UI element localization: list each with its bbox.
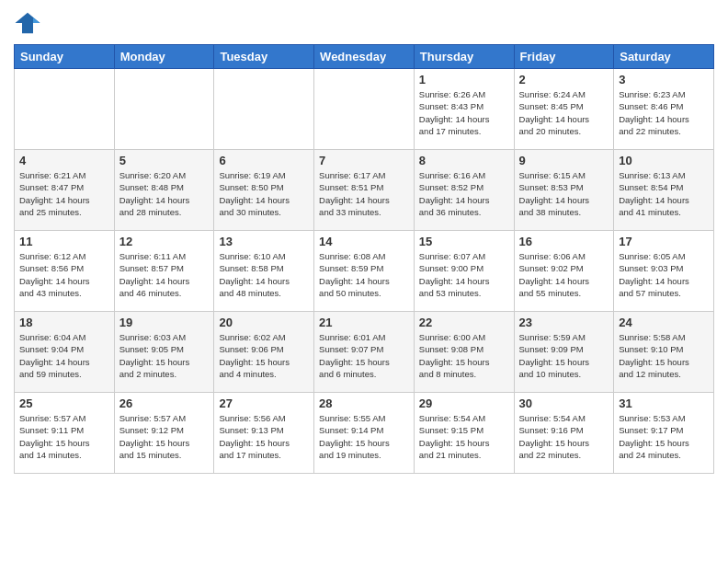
day-detail: Sunrise: 5:57 AM Sunset: 9:11 PM Dayligh… <box>19 412 109 461</box>
calendar-cell: 10Sunrise: 6:13 AM Sunset: 8:54 PM Dayli… <box>614 150 714 231</box>
weekday-header-row: SundayMondayTuesdayWednesdayThursdayFrid… <box>15 45 714 69</box>
day-detail: Sunrise: 6:23 AM Sunset: 8:46 PM Dayligh… <box>619 88 709 137</box>
day-number: 29 <box>419 396 509 410</box>
calendar-cell: 28Sunrise: 5:55 AM Sunset: 9:14 PM Dayli… <box>314 393 415 474</box>
calendar-cell: 7Sunrise: 6:17 AM Sunset: 8:51 PM Daylig… <box>314 150 415 231</box>
calendar-table: SundayMondayTuesdayWednesdayThursdayFrid… <box>14 44 714 474</box>
calendar-cell: 14Sunrise: 6:08 AM Sunset: 8:59 PM Dayli… <box>314 231 415 312</box>
calendar-cell: 26Sunrise: 5:57 AM Sunset: 9:12 PM Dayli… <box>114 393 214 474</box>
calendar-cell: 13Sunrise: 6:10 AM Sunset: 8:58 PM Dayli… <box>214 231 314 312</box>
day-number: 8 <box>419 154 509 167</box>
day-detail: Sunrise: 6:01 AM Sunset: 9:07 PM Dayligh… <box>319 331 409 380</box>
day-detail: Sunrise: 6:03 AM Sunset: 9:05 PM Dayligh… <box>119 331 210 380</box>
day-number: 18 <box>19 316 109 329</box>
day-detail: Sunrise: 6:00 AM Sunset: 9:08 PM Dayligh… <box>419 331 509 380</box>
calendar-cell: 25Sunrise: 5:57 AM Sunset: 9:11 PM Dayli… <box>15 393 115 474</box>
calendar-cell: 15Sunrise: 6:07 AM Sunset: 9:00 PM Dayli… <box>414 231 514 312</box>
calendar-cell: 21Sunrise: 6:01 AM Sunset: 9:07 PM Dayli… <box>314 312 415 393</box>
day-detail: Sunrise: 6:11 AM Sunset: 8:57 PM Dayligh… <box>119 250 210 299</box>
day-detail: Sunrise: 6:17 AM Sunset: 8:51 PM Dayligh… <box>319 169 409 218</box>
calendar-cell: 12Sunrise: 6:11 AM Sunset: 8:57 PM Dayli… <box>114 231 214 312</box>
calendar-page: SundayMondayTuesdayWednesdayThursdayFrid… <box>0 0 728 563</box>
weekday-header-thursday: Thursday <box>414 45 514 69</box>
day-detail: Sunrise: 6:02 AM Sunset: 9:06 PM Dayligh… <box>219 331 309 380</box>
day-detail: Sunrise: 6:07 AM Sunset: 9:00 PM Dayligh… <box>419 250 509 299</box>
day-detail: Sunrise: 6:13 AM Sunset: 8:54 PM Dayligh… <box>619 169 709 218</box>
weekday-header-wednesday: Wednesday <box>314 45 415 69</box>
calendar-cell: 27Sunrise: 5:56 AM Sunset: 9:13 PM Dayli… <box>214 393 314 474</box>
calendar-cell: 30Sunrise: 5:54 AM Sunset: 9:16 PM Dayli… <box>514 393 614 474</box>
calendar-cell <box>114 69 214 150</box>
calendar-cell: 9Sunrise: 6:15 AM Sunset: 8:53 PM Daylig… <box>514 150 614 231</box>
calendar-cell: 11Sunrise: 6:12 AM Sunset: 8:56 PM Dayli… <box>15 231 115 312</box>
calendar-cell: 2Sunrise: 6:24 AM Sunset: 8:45 PM Daylig… <box>514 69 614 150</box>
day-detail: Sunrise: 5:54 AM Sunset: 9:16 PM Dayligh… <box>519 412 609 461</box>
weekday-header-friday: Friday <box>514 45 614 69</box>
day-detail: Sunrise: 6:19 AM Sunset: 8:50 PM Dayligh… <box>219 169 309 218</box>
day-number: 19 <box>119 316 210 329</box>
calendar-week-5: 25Sunrise: 5:57 AM Sunset: 9:11 PM Dayli… <box>15 393 714 474</box>
day-detail: Sunrise: 5:53 AM Sunset: 9:17 PM Dayligh… <box>619 412 709 461</box>
day-detail: Sunrise: 6:04 AM Sunset: 9:04 PM Dayligh… <box>19 331 109 380</box>
day-number: 26 <box>119 396 210 410</box>
day-number: 13 <box>219 235 309 248</box>
day-number: 15 <box>419 235 509 248</box>
day-number: 17 <box>619 235 709 248</box>
calendar-cell: 23Sunrise: 5:59 AM Sunset: 9:09 PM Dayli… <box>514 312 614 393</box>
day-detail: Sunrise: 6:15 AM Sunset: 8:53 PM Dayligh… <box>519 169 609 218</box>
day-number: 4 <box>19 154 109 167</box>
day-number: 27 <box>219 396 309 410</box>
day-detail: Sunrise: 6:21 AM Sunset: 8:47 PM Dayligh… <box>19 169 109 218</box>
calendar-cell: 6Sunrise: 6:19 AM Sunset: 8:50 PM Daylig… <box>214 150 314 231</box>
day-detail: Sunrise: 5:57 AM Sunset: 9:12 PM Dayligh… <box>119 412 210 461</box>
calendar-cell <box>214 69 314 150</box>
day-number: 7 <box>319 154 409 167</box>
calendar-week-4: 18Sunrise: 6:04 AM Sunset: 9:04 PM Dayli… <box>15 312 714 393</box>
weekday-header-tuesday: Tuesday <box>214 45 314 69</box>
calendar-cell <box>314 69 415 150</box>
calendar-cell: 31Sunrise: 5:53 AM Sunset: 9:17 PM Dayli… <box>614 393 714 474</box>
calendar-cell: 3Sunrise: 6:23 AM Sunset: 8:46 PM Daylig… <box>614 69 714 150</box>
day-number: 20 <box>219 316 309 329</box>
calendar-cell: 29Sunrise: 5:54 AM Sunset: 9:15 PM Dayli… <box>414 393 514 474</box>
day-number: 28 <box>319 396 409 410</box>
day-number: 10 <box>619 154 709 167</box>
day-detail: Sunrise: 5:54 AM Sunset: 9:15 PM Dayligh… <box>419 412 509 461</box>
day-number: 5 <box>119 154 210 167</box>
day-number: 14 <box>319 235 409 248</box>
calendar-week-2: 4Sunrise: 6:21 AM Sunset: 8:47 PM Daylig… <box>15 150 714 231</box>
calendar-cell <box>15 69 115 150</box>
calendar-cell: 4Sunrise: 6:21 AM Sunset: 8:47 PM Daylig… <box>15 150 115 231</box>
calendar-cell: 19Sunrise: 6:03 AM Sunset: 9:05 PM Dayli… <box>114 312 214 393</box>
day-number: 9 <box>519 154 609 167</box>
day-detail: Sunrise: 6:05 AM Sunset: 9:03 PM Dayligh… <box>619 250 709 299</box>
day-number: 22 <box>419 316 509 329</box>
day-detail: Sunrise: 6:10 AM Sunset: 8:58 PM Dayligh… <box>219 250 309 299</box>
calendar-cell: 18Sunrise: 6:04 AM Sunset: 9:04 PM Dayli… <box>15 312 115 393</box>
day-number: 30 <box>519 396 609 410</box>
calendar-cell: 5Sunrise: 6:20 AM Sunset: 8:48 PM Daylig… <box>114 150 214 231</box>
day-detail: Sunrise: 6:20 AM Sunset: 8:48 PM Dayligh… <box>119 169 210 218</box>
day-number: 11 <box>19 235 109 248</box>
day-detail: Sunrise: 5:59 AM Sunset: 9:09 PM Dayligh… <box>519 331 609 380</box>
day-number: 21 <box>319 316 409 329</box>
calendar-cell: 22Sunrise: 6:00 AM Sunset: 9:08 PM Dayli… <box>414 312 514 393</box>
day-number: 12 <box>119 235 210 248</box>
weekday-header-saturday: Saturday <box>614 45 714 69</box>
day-detail: Sunrise: 5:58 AM Sunset: 9:10 PM Dayligh… <box>619 331 709 380</box>
logo <box>14 9 45 37</box>
day-detail: Sunrise: 6:16 AM Sunset: 8:52 PM Dayligh… <box>419 169 509 218</box>
day-detail: Sunrise: 6:12 AM Sunset: 8:56 PM Dayligh… <box>19 250 109 299</box>
calendar-week-3: 11Sunrise: 6:12 AM Sunset: 8:56 PM Dayli… <box>15 231 714 312</box>
calendar-week-1: 1Sunrise: 6:26 AM Sunset: 8:43 PM Daylig… <box>15 69 714 150</box>
weekday-header-monday: Monday <box>114 45 214 69</box>
day-number: 24 <box>619 316 709 329</box>
calendar-cell: 16Sunrise: 6:06 AM Sunset: 9:02 PM Dayli… <box>514 231 614 312</box>
day-detail: Sunrise: 5:56 AM Sunset: 9:13 PM Dayligh… <box>219 412 309 461</box>
day-detail: Sunrise: 6:26 AM Sunset: 8:43 PM Dayligh… <box>419 88 509 137</box>
logo-icon <box>14 9 41 37</box>
day-detail: Sunrise: 5:55 AM Sunset: 9:14 PM Dayligh… <box>319 412 409 461</box>
day-detail: Sunrise: 6:08 AM Sunset: 8:59 PM Dayligh… <box>319 250 409 299</box>
calendar-cell: 17Sunrise: 6:05 AM Sunset: 9:03 PM Dayli… <box>614 231 714 312</box>
calendar-cell: 8Sunrise: 6:16 AM Sunset: 8:52 PM Daylig… <box>414 150 514 231</box>
